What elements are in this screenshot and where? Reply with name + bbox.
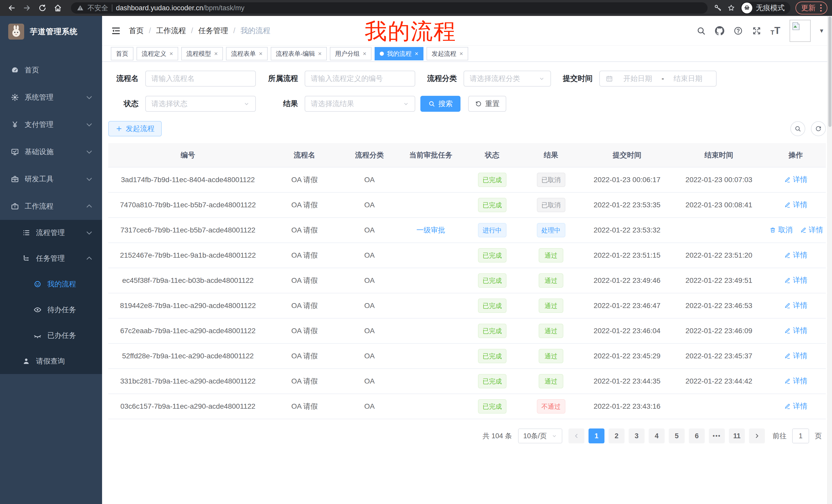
tab-process-form-edit[interactable]: 流程表单-编辑× <box>271 47 327 60</box>
sidebar-item-payment[interactable]: 支付管理 <box>0 111 102 138</box>
browser-update-button[interactable]: 更新 <box>796 2 827 15</box>
help-icon[interactable] <box>733 26 743 35</box>
close-icon[interactable]: × <box>460 51 463 57</box>
sidebar-item-done-tasks[interactable]: 已办任务 <box>0 323 102 348</box>
fullscreen-icon[interactable] <box>752 26 761 35</box>
detail-action-link[interactable]: 详情 <box>784 326 807 335</box>
sidebar-item-task-mgmt[interactable]: 任务管理 <box>0 246 102 271</box>
status-select[interactable]: 请选择状态 <box>145 96 256 112</box>
tab-user-group[interactable]: 用户分组× <box>330 47 371 60</box>
bookmark-star-icon[interactable] <box>727 4 735 12</box>
github-icon[interactable] <box>715 26 724 35</box>
next-page-button[interactable] <box>749 428 765 443</box>
browser-forward-icon[interactable] <box>20 1 34 15</box>
browser-reload-icon[interactable] <box>35 1 49 15</box>
status-badge: 进行中 <box>478 223 506 237</box>
avatar[interactable] <box>789 20 811 42</box>
goto-page-input[interactable] <box>792 428 809 443</box>
address-bar[interactable]: 不安全 dashboard.yudao.iocoder.cn/bpm/task/… <box>71 2 707 13</box>
page-button-4[interactable]: 4 <box>649 428 665 443</box>
detail-action-link[interactable]: 详情 <box>784 175 807 185</box>
browser-back-icon[interactable] <box>5 1 19 15</box>
start-process-button[interactable]: 发起流程 <box>108 121 162 136</box>
avatar-caret-down-icon[interactable]: ▾ <box>820 27 823 35</box>
scrollbar-thumb[interactable] <box>828 17 831 127</box>
detail-action-link[interactable]: 详情 <box>784 200 807 209</box>
breadcrumb-task-mgmt[interactable]: 任务管理 <box>198 26 228 36</box>
cell-process-id: 331bc281-7b9a-11ec-a290-acde48001122 <box>108 369 268 394</box>
sidebar-item-leave-query[interactable]: 请假查询 <box>0 348 102 374</box>
page-scrollbar[interactable] <box>827 16 832 504</box>
end-date-placeholder[interactable]: 结束日期 <box>666 74 710 83</box>
prev-page-button[interactable] <box>569 428 584 443</box>
page-button-11[interactable]: 11 <box>729 428 745 443</box>
tab-label: 流程表单 <box>231 50 256 58</box>
page-size-select[interactable]: 10条/页 <box>518 428 562 443</box>
tab-process-definition[interactable]: 流程定义× <box>136 47 178 60</box>
search-button[interactable]: 搜索 <box>420 96 461 112</box>
close-icon[interactable]: × <box>214 51 218 57</box>
browser-menu-icon[interactable] <box>820 4 822 11</box>
list-icon <box>22 229 30 237</box>
close-icon[interactable]: × <box>259 51 262 57</box>
tab-home[interactable]: 首页 <box>111 47 133 60</box>
page-button-1[interactable]: 1 <box>589 428 604 443</box>
tab-process-form[interactable]: 流程表单× <box>226 47 268 60</box>
tab-start-process[interactable]: 发起流程× <box>426 47 468 60</box>
close-icon[interactable]: × <box>415 51 418 57</box>
font-size-icon[interactable]: TT <box>771 25 780 36</box>
more-pages-button[interactable]: ••• <box>709 428 725 443</box>
cancel-action-link[interactable]: 取消 <box>769 225 793 235</box>
result-badge: 通过 <box>539 324 563 338</box>
sidebar-item-infrastructure[interactable]: 基础设施 <box>0 138 102 165</box>
search-icon <box>794 125 801 132</box>
sidebar-item-dev-tools[interactable]: 研发工具 <box>0 165 102 193</box>
breadcrumb-workflow[interactable]: 工作流程 <box>156 26 186 36</box>
cell-process-name: OA 请假 <box>268 343 341 369</box>
detail-action-link[interactable]: 详情 <box>784 376 807 386</box>
current-task-link[interactable]: 一级审批 <box>417 226 445 234</box>
sidebar-item-process-mgmt[interactable]: 流程管理 <box>0 220 102 246</box>
page-button-5[interactable]: 5 <box>669 428 685 443</box>
close-icon[interactable]: × <box>363 51 366 57</box>
process-name-input[interactable] <box>145 71 256 87</box>
detail-action-link[interactable]: 详情 <box>800 225 823 235</box>
sidebar-item-label: 请假查询 <box>36 356 65 366</box>
security-label[interactable]: 不安全 <box>87 3 108 12</box>
process-definition-input[interactable] <box>305 71 415 87</box>
sidebar-item-workflow[interactable]: 工作流程 <box>0 193 102 220</box>
start-date-placeholder[interactable]: 开始日期 <box>615 74 660 83</box>
reset-button[interactable]: 重置 <box>468 96 506 112</box>
detail-action-link[interactable]: 详情 <box>784 250 807 260</box>
close-icon[interactable]: × <box>318 51 322 57</box>
result-select[interactable]: 请选择流结果 <box>305 96 415 112</box>
key-icon[interactable] <box>714 4 722 12</box>
browser-home-icon[interactable] <box>51 1 65 15</box>
detail-action-link[interactable]: 详情 <box>784 301 807 310</box>
detail-action-link[interactable]: 详情 <box>784 401 807 411</box>
page-button-3[interactable]: 3 <box>629 428 645 443</box>
category-select[interactable]: 请选择流程分类 <box>464 71 551 87</box>
header-search-icon[interactable] <box>697 26 706 35</box>
yen-icon <box>11 120 19 129</box>
page-button-2[interactable]: 2 <box>608 428 625 443</box>
table-row: 7470a810-7b9b-11ec-b5b7-acde48001122OA 请… <box>108 192 826 218</box>
page-button-6[interactable]: 6 <box>689 428 705 443</box>
toggle-search-button[interactable] <box>790 121 805 136</box>
top-navbar: 首页 / 工作流程 / 任务管理 / 我的流程 我的流程 <box>102 16 832 46</box>
breadcrumb-home[interactable]: 首页 <box>129 26 144 36</box>
close-icon[interactable]: × <box>170 51 173 57</box>
sidebar-item-home[interactable]: 首页 <box>0 57 102 84</box>
tab-process-model[interactable]: 流程模型× <box>181 47 223 60</box>
url-text[interactable]: dashboard.yudao.iocoder.cn/bpm/task/my <box>116 4 244 12</box>
sidebar-item-my-process[interactable]: 我的流程 <box>0 271 102 297</box>
tab-my-process[interactable]: 我的流程× <box>374 47 423 60</box>
detail-action-link[interactable]: 详情 <box>784 351 807 361</box>
sidebar-collapse-icon[interactable] <box>111 26 121 36</box>
detail-action-link[interactable]: 详情 <box>784 275 807 285</box>
sidebar-item-system[interactable]: 系统管理 <box>0 84 102 111</box>
app-logo[interactable]: 芋道管理系统 <box>0 16 102 47</box>
submit-time-range-picker[interactable]: 开始日期 - 结束日期 <box>599 71 717 87</box>
refresh-list-button[interactable] <box>811 121 826 136</box>
sidebar-item-todo-tasks[interactable]: 待办任务 <box>0 297 102 323</box>
